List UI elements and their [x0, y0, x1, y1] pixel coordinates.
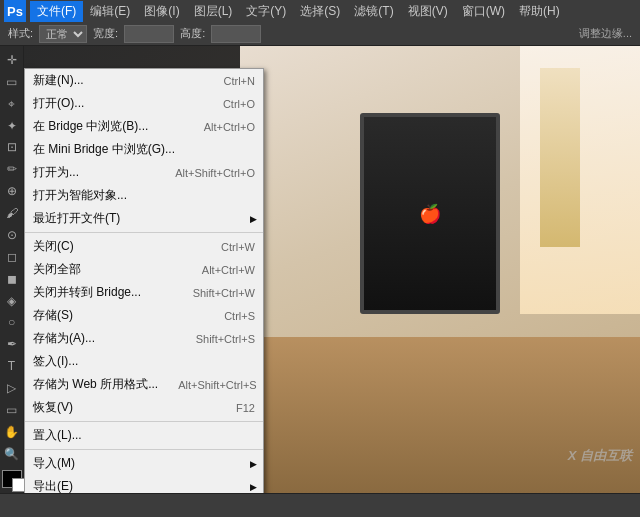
- menu-filter[interactable]: 滤镜(T): [347, 1, 400, 22]
- menu-bar: Ps 文件(F) 编辑(E) 图像(I) 图层(L) 文字(Y) 选择(S) 滤…: [0, 0, 640, 22]
- menu-file[interactable]: 文件(F): [30, 1, 83, 22]
- height-input[interactable]: [211, 25, 261, 43]
- menu-save-as[interactable]: 存储为(A)... Shift+Ctrl+S: [25, 327, 263, 350]
- menu-save-web[interactable]: 存储为 Web 所用格式... Alt+Shift+Ctrl+S: [25, 373, 263, 396]
- blur-tool[interactable]: ◈: [1, 291, 23, 311]
- app-logo: Ps: [4, 0, 26, 22]
- height-label: 高度:: [180, 26, 205, 41]
- style-label: 样式:: [8, 26, 33, 41]
- separator-3: [25, 449, 263, 450]
- menu-revert[interactable]: 恢复(V) F12: [25, 396, 263, 419]
- status-bar: [0, 493, 640, 517]
- menu-open[interactable]: 打开(O)... Ctrl+O: [25, 92, 263, 115]
- crop-tool[interactable]: ⊡: [1, 138, 23, 158]
- menu-window[interactable]: 窗口(W): [455, 1, 512, 22]
- move-tool[interactable]: ✛: [1, 50, 23, 70]
- menu-view[interactable]: 视图(V): [401, 1, 455, 22]
- menu-open-smart[interactable]: 打开为智能对象...: [25, 184, 263, 207]
- eyedropper-tool[interactable]: ✏: [1, 159, 23, 179]
- shape-tool[interactable]: ▭: [1, 400, 23, 420]
- adjust-label: 调整边缘...: [579, 26, 632, 41]
- menu-select[interactable]: 选择(S): [293, 1, 347, 22]
- table: [240, 337, 640, 493]
- main-area: ✛ ▭ ⌖ ✦ ⊡ ✏ ⊕ 🖌 ⊙ ◻ ◼ ◈ ○ ✒ T ▷ ▭ ✋ 🔍: [0, 46, 640, 493]
- menu-checkin[interactable]: 签入(I)...: [25, 350, 263, 373]
- menu-recent[interactable]: 最近打开文件(T): [25, 207, 263, 230]
- foreground-color[interactable]: [2, 470, 22, 488]
- menu-edit[interactable]: 编辑(E): [83, 1, 137, 22]
- separator-2: [25, 421, 263, 422]
- menu-open-as[interactable]: 打开为... Alt+Shift+Ctrl+O: [25, 161, 263, 184]
- magic-wand-tool[interactable]: ✦: [1, 116, 23, 136]
- menu-help[interactable]: 帮助(H): [512, 1, 567, 22]
- eraser-tool[interactable]: ◻: [1, 247, 23, 267]
- options-bar: 样式: 正常 宽度: 高度: 调整边缘...: [0, 22, 640, 46]
- marquee-tool[interactable]: ▭: [1, 72, 23, 92]
- file-menu-dropdown: 新建(N)... Ctrl+N 打开(O)... Ctrl+O 在 Bridge…: [24, 68, 264, 493]
- width-input[interactable]: [124, 25, 174, 43]
- heal-tool[interactable]: ⊕: [1, 181, 23, 201]
- lasso-tool[interactable]: ⌖: [1, 94, 23, 114]
- menu-place[interactable]: 置入(L)...: [25, 424, 263, 447]
- canvas-right: 🍎: [240, 46, 640, 493]
- menu-import[interactable]: 导入(M): [25, 452, 263, 475]
- menu-export[interactable]: 导出(E): [25, 475, 263, 493]
- menu-close[interactable]: 关闭(C) Ctrl+W: [25, 235, 263, 258]
- menu-browse-bridge[interactable]: 在 Bridge 中浏览(B)... Alt+Ctrl+O: [25, 115, 263, 138]
- hand-tool[interactable]: ✋: [1, 422, 23, 442]
- menu-image[interactable]: 图像(I): [137, 1, 186, 22]
- zoom-tool[interactable]: 🔍: [1, 444, 23, 464]
- clone-tool[interactable]: ⊙: [1, 225, 23, 245]
- menu-new[interactable]: 新建(N)... Ctrl+N: [25, 69, 263, 92]
- tools-panel: ✛ ▭ ⌖ ✦ ⊡ ✏ ⊕ 🖌 ⊙ ◻ ◼ ◈ ○ ✒ T ▷ ▭ ✋ 🔍: [0, 46, 24, 493]
- pen-tool[interactable]: ✒: [1, 334, 23, 354]
- style-select[interactable]: 正常: [39, 25, 87, 43]
- content-area: 🍎 Bridge X 自由互联 新建(N)... Ctrl+N: [24, 46, 640, 493]
- menu-text[interactable]: 文字(Y): [239, 1, 293, 22]
- menu-close-bridge[interactable]: 关闭并转到 Bridge... Shift+Ctrl+W: [25, 281, 263, 304]
- menu-mini-bridge[interactable]: 在 Mini Bridge 中浏览(G)...: [25, 138, 263, 161]
- lamp: [540, 68, 580, 247]
- path-tool[interactable]: ▷: [1, 378, 23, 398]
- menu-layer[interactable]: 图层(L): [187, 1, 240, 22]
- menu-close-all[interactable]: 关闭全部 Alt+Ctrl+W: [25, 258, 263, 281]
- gradient-tool[interactable]: ◼: [1, 269, 23, 289]
- brush-tool[interactable]: 🖌: [1, 203, 23, 223]
- text-tool[interactable]: T: [1, 356, 23, 376]
- dodge-tool[interactable]: ○: [1, 313, 23, 333]
- monitor: 🍎: [360, 113, 500, 314]
- menu-save[interactable]: 存储(S) Ctrl+S: [25, 304, 263, 327]
- watermark: X 自由互联: [568, 447, 632, 465]
- separator-1: [25, 232, 263, 233]
- width-label: 宽度:: [93, 26, 118, 41]
